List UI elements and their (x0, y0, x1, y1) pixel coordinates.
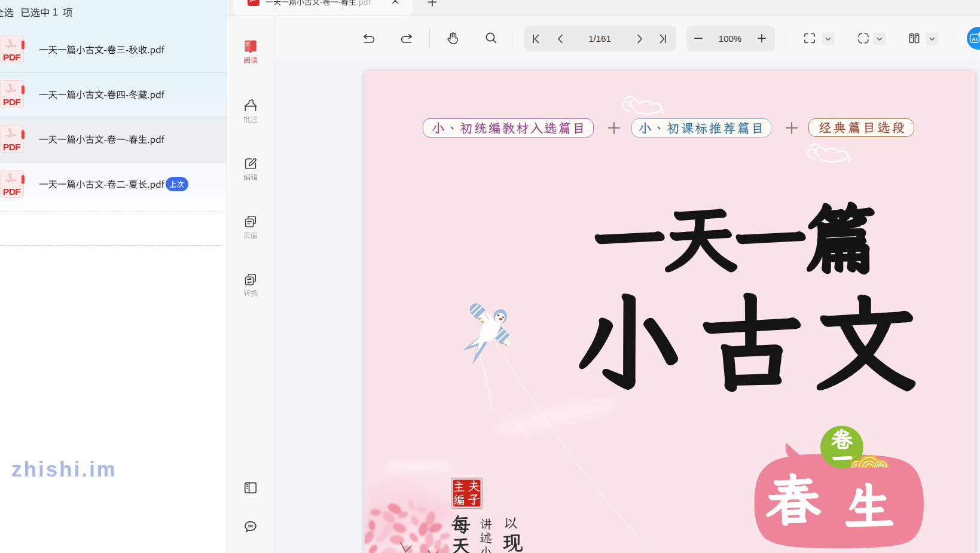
svg-text:PDF: PDF (3, 142, 20, 152)
svg-text:PDF: PDF (3, 187, 20, 197)
svg-text:PDF: PDF (3, 52, 20, 62)
svg-text:AI: AI (972, 36, 978, 42)
svg-text:PDF: PDF (3, 97, 20, 107)
